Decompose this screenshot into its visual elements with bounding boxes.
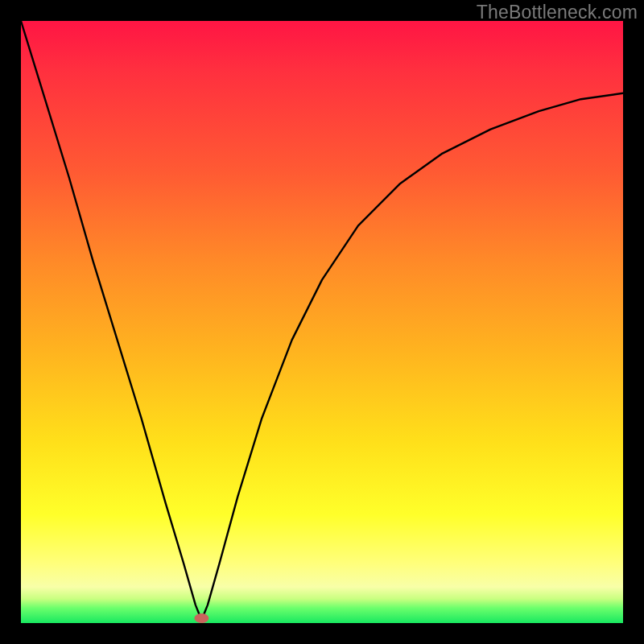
chart-frame: TheBottleneck.com <box>0 0 644 644</box>
bottleneck-curve <box>21 21 623 623</box>
minimum-marker <box>194 613 208 623</box>
plot-area <box>21 21 623 623</box>
watermark-text: TheBottleneck.com <box>477 2 638 23</box>
